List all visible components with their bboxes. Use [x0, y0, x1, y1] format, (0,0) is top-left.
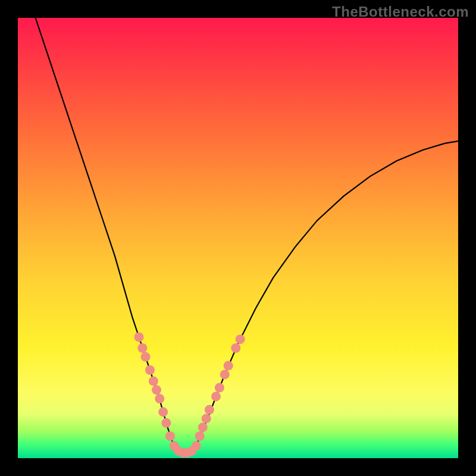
marker-group — [134, 333, 245, 458]
chart-plot-area — [18, 18, 458, 458]
data-marker — [152, 385, 161, 394]
data-marker — [205, 405, 214, 415]
data-marker — [195, 431, 205, 441]
curve-group — [36, 18, 458, 454]
data-marker — [224, 361, 233, 371]
data-marker — [220, 369, 230, 379]
data-marker — [155, 394, 164, 403]
data-marker — [215, 383, 224, 393]
chart-frame: TheBottleneck.com — [0, 0, 476, 476]
data-marker — [145, 365, 155, 375]
data-marker — [165, 431, 175, 441]
data-marker — [236, 334, 245, 344]
data-marker — [134, 333, 144, 342]
data-marker — [192, 441, 201, 450]
data-marker — [202, 414, 211, 423]
data-marker — [158, 407, 168, 416]
data-marker — [211, 392, 221, 401]
data-marker — [161, 418, 171, 428]
data-marker — [137, 343, 147, 353]
data-marker — [149, 377, 158, 386]
chart-overlay — [18, 18, 458, 458]
data-marker — [231, 343, 240, 353]
watermark-text: TheBottleneck.com — [332, 4, 469, 20]
data-marker — [141, 352, 151, 362]
data-marker — [198, 422, 208, 432]
bottleneck-curve — [36, 18, 458, 454]
